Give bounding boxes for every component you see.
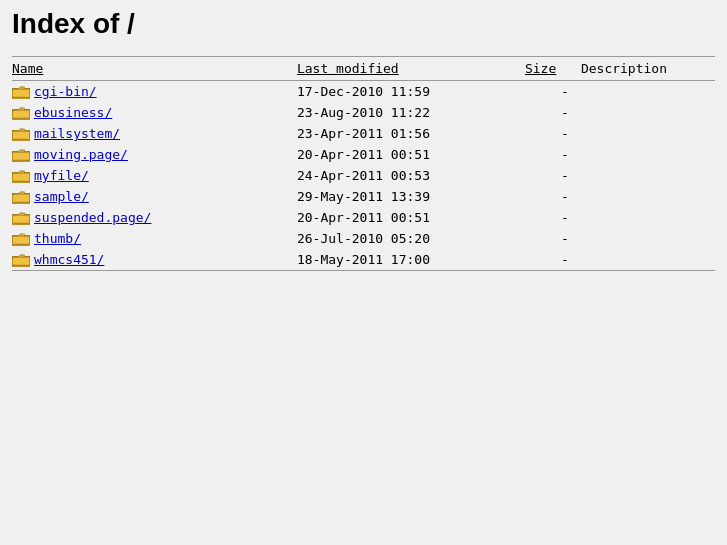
svg-rect-9	[12, 172, 30, 181]
file-modified-cell: 29-May-2011 13:39	[297, 186, 525, 207]
svg-rect-1	[12, 88, 30, 97]
file-name-cell: suspended.page/	[12, 207, 297, 228]
svg-rect-3	[12, 109, 30, 118]
file-modified-cell: 20-Apr-2011 00:51	[297, 207, 525, 228]
file-size-cell: -	[525, 102, 581, 123]
file-modified-cell: 18-May-2011 17:00	[297, 249, 525, 271]
file-description-cell	[581, 228, 715, 249]
file-description-cell	[581, 144, 715, 165]
col-header-description: Description	[581, 57, 715, 81]
table-row: mailsystem/23-Apr-2011 01:56-	[12, 123, 715, 144]
svg-rect-5	[12, 130, 30, 139]
page-title: Index of /	[12, 8, 715, 40]
col-header-size[interactable]: Size	[525, 57, 581, 81]
file-link[interactable]: sample/	[34, 189, 89, 204]
table-row: cgi-bin/17-Dec-2010 11:59-	[12, 81, 715, 103]
table-row: suspended.page/20-Apr-2011 00:51-	[12, 207, 715, 228]
file-description-cell	[581, 207, 715, 228]
file-size-cell: -	[525, 123, 581, 144]
file-link[interactable]: ebusiness/	[34, 105, 112, 120]
file-name-cell: cgi-bin/	[12, 81, 297, 103]
file-modified-cell: 23-Aug-2010 11:22	[297, 102, 525, 123]
file-size-cell: -	[525, 228, 581, 249]
table-header-row: Name Last modified Size Description	[12, 57, 715, 81]
file-description-cell	[581, 102, 715, 123]
file-modified-cell: 26-Jul-2010 05:20	[297, 228, 525, 249]
col-header-name[interactable]: Name	[12, 57, 297, 81]
folder-icon	[12, 169, 30, 183]
table-row: thumb/26-Jul-2010 05:20-	[12, 228, 715, 249]
file-name-cell: ebusiness/	[12, 102, 297, 123]
svg-rect-17	[12, 256, 30, 265]
file-modified-cell: 24-Apr-2011 00:53	[297, 165, 525, 186]
file-name-cell: moving.page/	[12, 144, 297, 165]
file-description-cell	[581, 165, 715, 186]
svg-rect-11	[12, 193, 30, 202]
file-link[interactable]: suspended.page/	[34, 210, 151, 225]
table-row: sample/29-May-2011 13:39-	[12, 186, 715, 207]
folder-icon	[12, 85, 30, 99]
sort-size-link[interactable]: Size	[525, 61, 556, 76]
col-header-modified[interactable]: Last modified	[297, 57, 525, 81]
svg-rect-7	[12, 151, 30, 160]
file-name-cell: whmcs451/	[12, 249, 297, 271]
file-link[interactable]: whmcs451/	[34, 252, 104, 267]
file-description-cell	[581, 81, 715, 103]
file-link[interactable]: mailsystem/	[34, 126, 120, 141]
file-modified-cell: 20-Apr-2011 00:51	[297, 144, 525, 165]
table-row: moving.page/20-Apr-2011 00:51-	[12, 144, 715, 165]
file-size-cell: -	[525, 165, 581, 186]
sort-name-link[interactable]: Name	[12, 61, 43, 76]
file-name-cell: thumb/	[12, 228, 297, 249]
folder-icon	[12, 148, 30, 162]
file-description-cell	[581, 186, 715, 207]
file-size-cell: -	[525, 81, 581, 103]
file-link[interactable]: myfile/	[34, 168, 89, 183]
folder-icon	[12, 253, 30, 267]
file-size-cell: -	[525, 207, 581, 228]
file-name-cell: sample/	[12, 186, 297, 207]
file-modified-cell: 23-Apr-2011 01:56	[297, 123, 525, 144]
file-size-cell: -	[525, 144, 581, 165]
file-size-cell: -	[525, 249, 581, 271]
file-name-cell: myfile/	[12, 165, 297, 186]
file-link[interactable]: moving.page/	[34, 147, 128, 162]
file-link[interactable]: thumb/	[34, 231, 81, 246]
svg-rect-15	[12, 235, 30, 244]
folder-icon	[12, 106, 30, 120]
table-row: ebusiness/23-Aug-2010 11:22-	[12, 102, 715, 123]
file-name-cell: mailsystem/	[12, 123, 297, 144]
folder-icon	[12, 211, 30, 225]
file-description-cell	[581, 249, 715, 271]
table-row: myfile/24-Apr-2011 00:53-	[12, 165, 715, 186]
folder-icon	[12, 127, 30, 141]
file-modified-cell: 17-Dec-2010 11:59	[297, 81, 525, 103]
file-size-cell: -	[525, 186, 581, 207]
file-listing-table: Name Last modified Size Description cgi-…	[12, 56, 715, 271]
file-link[interactable]: cgi-bin/	[34, 84, 97, 99]
svg-rect-13	[12, 214, 30, 223]
file-description-cell	[581, 123, 715, 144]
sort-modified-link[interactable]: Last modified	[297, 61, 399, 76]
table-row: whmcs451/18-May-2011 17:00-	[12, 249, 715, 271]
folder-icon	[12, 232, 30, 246]
folder-icon	[12, 190, 30, 204]
